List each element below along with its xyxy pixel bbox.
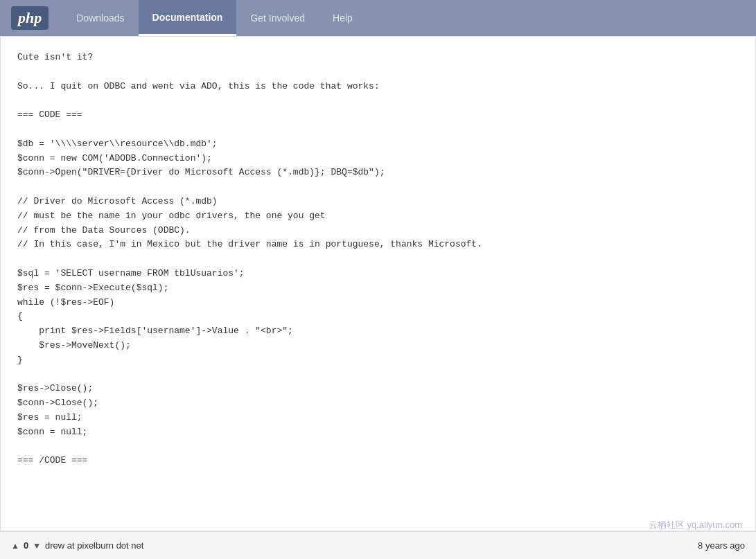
- timestamp: 8 years ago: [698, 540, 745, 551]
- main-content: Cute isn't it? So... I quit on ODBC and …: [0, 36, 756, 531]
- footer-bar: ▲ 0 ▼ drew at pixelburn dot net 8 years …: [0, 531, 756, 559]
- nav-help[interactable]: Help: [319, 0, 367, 36]
- vote-count: 0: [24, 540, 28, 551]
- vote-section: ▲ 0 ▼ drew at pixelburn dot net: [11, 540, 143, 551]
- nav-downloads[interactable]: Downloads: [62, 0, 138, 36]
- author-info: drew at pixelburn dot net: [45, 540, 143, 551]
- code-content: Cute isn't it? So... I quit on ODBC and …: [17, 51, 739, 468]
- navbar: php Downloads Documentation Get Involved…: [0, 0, 756, 36]
- nav-documentation[interactable]: Documentation: [139, 0, 237, 36]
- vote-up-button[interactable]: ▲: [11, 541, 19, 551]
- vote-down-button[interactable]: ▼: [33, 541, 41, 551]
- nav-get-involved[interactable]: Get Involved: [236, 0, 319, 36]
- php-logo[interactable]: php: [11, 6, 49, 30]
